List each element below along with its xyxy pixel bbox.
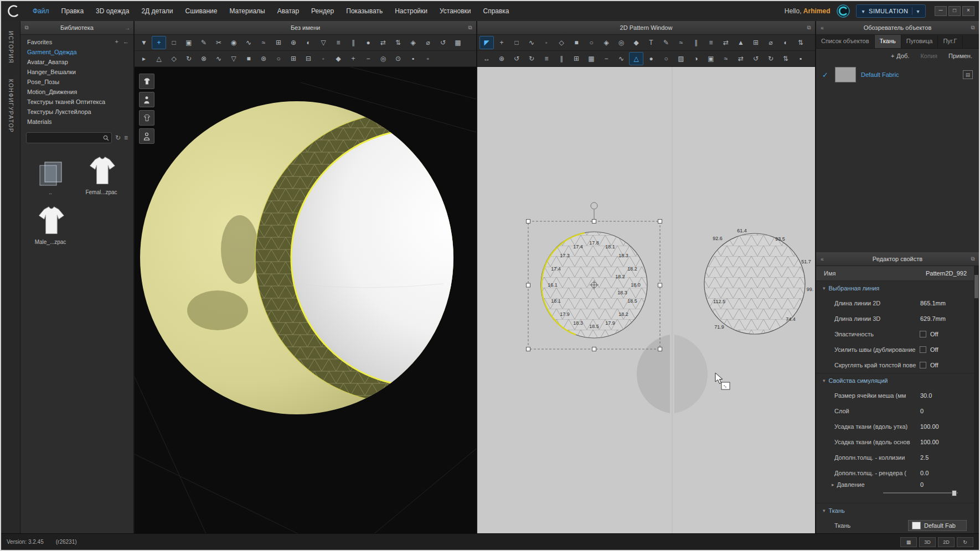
property-value[interactable]: 865.1mm xyxy=(920,300,967,306)
side-tab[interactable]: ИСТОРИЯ xyxy=(8,28,14,67)
checkbox[interactable] xyxy=(920,346,926,353)
unlock-icon[interactable]: ▫ xyxy=(421,52,435,65)
segment-sew-icon[interactable]: ∥ xyxy=(689,36,703,49)
polygon-icon[interactable]: ◇ xyxy=(554,36,569,49)
avatar-pair-icon[interactable]: ⊞ xyxy=(271,36,286,49)
arrange-icon[interactable]: ⊕ xyxy=(286,36,301,49)
rectangle-icon[interactable]: ■ xyxy=(569,36,584,49)
refresh-library-icon[interactable]: ↻ xyxy=(115,134,121,141)
username[interactable]: Arhimed xyxy=(803,7,831,15)
menu-item[interactable]: Рендер xyxy=(305,5,340,17)
property-menu-icon[interactable]: ⧉ xyxy=(967,256,979,262)
lock-icon[interactable]: ▪ xyxy=(406,52,420,65)
property-value[interactable]: 30.0 xyxy=(920,392,967,399)
rect-select-icon[interactable]: □ xyxy=(167,36,181,49)
stitch-icon[interactable]: − xyxy=(361,52,375,65)
library-item[interactable]: Hanger_Вешалки xyxy=(20,67,133,77)
pin-box-icon[interactable]: ⊗ xyxy=(197,52,211,65)
measure-2d-icon[interactable]: ⌀ xyxy=(764,36,778,49)
library-item[interactable]: Garment_Одежда xyxy=(20,47,133,57)
minimize-button[interactable]: ─ xyxy=(935,6,947,16)
sewing-segment-icon[interactable]: ∿ xyxy=(241,36,256,49)
align-icon[interactable]: ≡ xyxy=(539,52,554,65)
refresh-view-button[interactable]: ↻ xyxy=(957,537,973,547)
collapse-panel-icon[interactable]: « xyxy=(816,25,828,31)
snap-icon[interactable]: ⊞ xyxy=(569,52,584,65)
menu-item[interactable]: Файл xyxy=(27,5,55,17)
property-value[interactable]: 0.0 xyxy=(920,470,967,476)
elastic-icon[interactable]: ≈ xyxy=(719,52,733,65)
close-button[interactable]: × xyxy=(962,6,974,16)
property-value[interactable]: 0 xyxy=(920,408,967,414)
expand-3d-icon[interactable]: ⧉ xyxy=(464,24,476,31)
flatten-icon[interactable]: ▽ xyxy=(316,36,331,49)
fabric-swatch[interactable] xyxy=(835,67,856,82)
show-mesh-icon[interactable]: △ xyxy=(629,52,643,65)
brush-select-icon[interactable]: ✎ xyxy=(197,36,211,49)
library-item[interactable]: Текстуры Лукстейлора xyxy=(20,107,133,117)
select-move-icon[interactable]: + xyxy=(152,36,166,49)
pin-icon[interactable]: ◉ xyxy=(226,36,241,49)
sewing-free-icon[interactable]: ≈ xyxy=(256,36,271,49)
wind-icon[interactable]: ∿ xyxy=(212,52,226,65)
reset-arrangement-icon[interactable]: ↺ xyxy=(436,36,450,49)
property-value[interactable]: 0 xyxy=(920,481,967,488)
brand-logo-icon[interactable] xyxy=(836,4,850,18)
library-item[interactable]: Avatar_Аватар xyxy=(20,57,133,67)
bind-icon[interactable]: ⊙ xyxy=(391,52,405,65)
particle-distance-icon[interactable]: ◦ xyxy=(316,52,331,65)
canvas-3d[interactable] xyxy=(135,67,476,533)
scrollbar-thumb[interactable] xyxy=(974,275,978,298)
property-value[interactable]: 629.7mm xyxy=(920,315,967,322)
viewport-grid-button[interactable]: ▦ xyxy=(900,537,917,547)
side-tab[interactable]: КОНФИГУРАТОР xyxy=(8,76,14,136)
library-file-female[interactable]: Femal...zpac xyxy=(76,153,127,195)
fold-arrangement-icon[interactable]: ◐ xyxy=(301,36,316,49)
thickness-icon[interactable]: ▣ xyxy=(704,52,718,65)
menu-item[interactable]: Показывать xyxy=(340,5,389,17)
maximize-button[interactable]: □ xyxy=(948,6,961,16)
collapse-properties-icon[interactable]: « xyxy=(816,256,828,262)
panel-icon[interactable]: ⧉ xyxy=(20,24,33,31)
trace-icon[interactable]: ✎ xyxy=(659,36,673,49)
rotate-avatar-icon[interactable]: ↻ xyxy=(182,52,196,65)
fabric-list-item[interactable]: ✓ Default Fabric ▤ xyxy=(818,64,977,85)
show-pose-button[interactable] xyxy=(139,128,154,144)
fabric-name[interactable]: Default Fabric xyxy=(861,71,958,78)
add-fabric-button[interactable]: + Доб. xyxy=(891,53,910,59)
unfold-icon[interactable]: ◐ xyxy=(778,36,793,49)
property-scrollbar[interactable] xyxy=(974,266,979,533)
lock-2d-icon[interactable]: ▪ xyxy=(793,52,808,65)
fabric-dropdown[interactable]: Default Fab xyxy=(908,520,967,531)
menu-item[interactable]: Справка xyxy=(477,5,515,17)
freeze-icon[interactable]: ⊛ xyxy=(256,52,271,65)
layers-icon[interactable]: ≡ xyxy=(331,36,345,49)
menu-item[interactable]: Сшивание xyxy=(179,5,224,17)
pattern-name-value[interactable]: Pattern2D_992 xyxy=(835,270,967,277)
deactivate-icon[interactable]: ○ xyxy=(271,52,286,65)
save-fabric-icon[interactable]: ▤ xyxy=(963,70,973,79)
swap-pattern-icon[interactable]: ⇄ xyxy=(376,36,390,49)
strengthen-icon[interactable]: ◆ xyxy=(331,52,345,65)
library-item[interactable]: Pose_Позы xyxy=(20,77,133,87)
menu-item[interactable]: 2Д детали xyxy=(135,5,179,17)
fit-check-icon[interactable]: ◎ xyxy=(376,52,390,65)
copy-fabric-button[interactable]: Копия xyxy=(918,53,937,59)
add-favorite-icon[interactable]: + xyxy=(115,38,118,45)
dart-icon[interactable]: ◆ xyxy=(629,36,643,49)
smooth-curve-icon[interactable]: ∿ xyxy=(614,52,628,65)
object-browser-tab[interactable]: Пуг.Г xyxy=(938,35,962,48)
library-forward-icon[interactable]: → xyxy=(121,25,133,31)
property-value[interactable]: 100.00 xyxy=(920,423,967,430)
section-selected-line[interactable]: ▾ Выбранная линия xyxy=(816,280,979,295)
library-item[interactable]: Materials xyxy=(20,117,133,127)
search-input[interactable] xyxy=(26,132,112,143)
transform-pattern-icon[interactable]: ◤ xyxy=(479,36,494,49)
internal-polygon-icon[interactable]: ◈ xyxy=(599,36,613,49)
library-item[interactable]: Motion_Движения xyxy=(20,87,133,97)
zoom-icon[interactable]: ⊕ xyxy=(494,52,509,65)
mesh-tri-icon[interactable]: ⊞ xyxy=(286,52,301,65)
avatar-size-icon[interactable]: ◇ xyxy=(167,52,181,65)
rotate-handle[interactable] xyxy=(591,202,597,209)
measure-3d-icon[interactable]: ⌀ xyxy=(421,36,435,49)
